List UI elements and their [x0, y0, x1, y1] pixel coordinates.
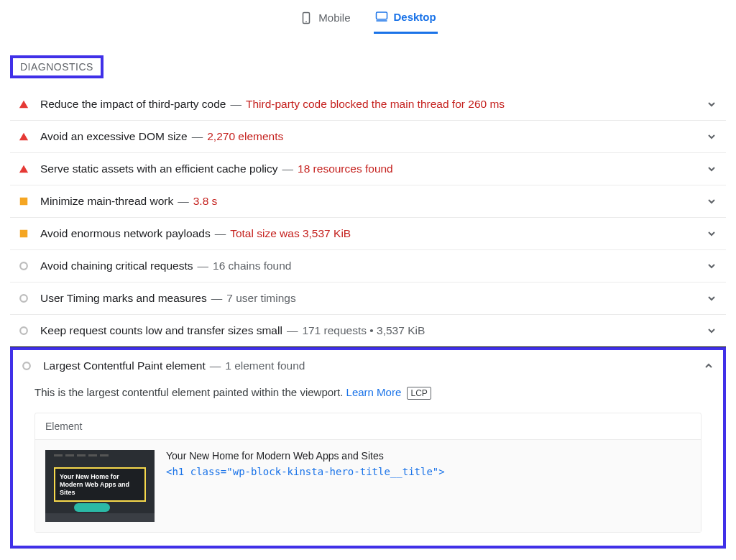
element-info: Your New Home for Modern Web Apps and Si…	[166, 450, 445, 522]
audit-row[interactable]: Avoid large layout shifts — 4 elements f…	[10, 548, 726, 560]
svg-point-11	[20, 327, 27, 334]
audit-detail: 171 requests • 3,537 KiB	[302, 324, 425, 337]
circle-gray-icon	[19, 293, 29, 303]
device-tabs: Mobile Desktop	[0, 0, 736, 34]
svg-rect-7	[20, 198, 28, 206]
svg-marker-5	[19, 133, 28, 141]
tab-label: Mobile	[318, 12, 350, 24]
square-orange-icon	[19, 196, 29, 206]
chevron-down-icon	[707, 165, 716, 173]
chevron-down-icon	[707, 197, 716, 206]
svg-marker-4	[19, 101, 28, 109]
audit-title: Avoid an excessive DOM size	[40, 130, 188, 143]
audit-detail: Third-party code blocked the main thread…	[246, 98, 505, 111]
lcp-body: This is the largest contentful element p…	[13, 382, 723, 546]
element-thumbnail: Your New Home for Modern Web Apps and Si…	[45, 450, 155, 522]
mobile-icon	[300, 12, 313, 24]
tab-mobile[interactable]: Mobile	[298, 6, 351, 34]
thumbnail-text: Your New Home for Modern Web Apps and Si…	[54, 467, 146, 502]
chevron-down-icon	[707, 132, 716, 141]
chevron-down-icon	[707, 326, 716, 335]
audit-detail: 16 chains found	[213, 260, 291, 272]
audit-title: User Timing marks and measures	[40, 292, 207, 305]
audit-title: Minimize main-thread work	[40, 195, 173, 208]
audit-list: Reduce the impact of third-party code—Th…	[10, 88, 726, 347]
triangle-red-icon	[19, 99, 29, 109]
audit-row[interactable]: Serve static assets with an efficient ca…	[10, 153, 726, 185]
audit-row[interactable]: Minimize main-thread work—3.8 s	[10, 185, 726, 218]
svg-point-10	[20, 295, 27, 302]
audit-row[interactable]: User Timing marks and measures—7 user ti…	[10, 283, 726, 315]
triangle-red-icon	[19, 164, 29, 174]
element-caption: Your New Home for Modern Web Apps and Si…	[166, 450, 445, 462]
lcp-badge: LCP	[407, 387, 431, 400]
svg-marker-6	[19, 165, 28, 173]
audit-row[interactable]: Keep request counts low and transfer siz…	[10, 315, 726, 347]
square-orange-icon	[19, 229, 29, 239]
audit-detail: 2,270 elements	[207, 130, 283, 143]
chevron-down-icon	[707, 262, 716, 270]
audit-detail: 3.8 s	[193, 195, 218, 208]
svg-point-9	[20, 262, 27, 270]
triangle-red-icon	[19, 132, 29, 142]
circle-gray-icon	[19, 261, 29, 271]
circle-gray-icon	[19, 326, 29, 336]
audit-title: Reduce the impact of third-party code	[40, 98, 226, 111]
diagnostics-container: DIAGNOSTICS Reduce the impact of third-p…	[0, 34, 736, 560]
audit-row[interactable]: Reduce the impact of third-party code—Th…	[10, 88, 726, 121]
element-table-header: Element	[35, 413, 701, 440]
lcp-description-row: This is the largest contentful element p…	[34, 386, 702, 400]
audit-title: Largest Contentful Paint element	[43, 359, 206, 372]
audit-detail: Total size was 3,537 KiB	[230, 227, 351, 240]
audit-row-lcp[interactable]: Largest Contentful Paint element — 1 ele…	[13, 350, 723, 382]
tab-label: Desktop	[394, 11, 436, 23]
audit-detail: 18 resources found	[298, 162, 393, 175]
audit-row[interactable]: Avoid chaining critical requests—16 chai…	[10, 250, 726, 283]
tab-desktop[interactable]: Desktop	[374, 6, 438, 34]
svg-point-12	[23, 362, 30, 369]
element-code: <h1 class="wp-block-kinsta-hero-title__t…	[166, 466, 445, 477]
element-table: Element Your New Home for Modern Web App…	[34, 413, 702, 533]
audit-row[interactable]: Avoid an excessive DOM size—2,270 elemen…	[10, 121, 726, 153]
section-header-diagnostics: DIAGNOSTICS	[10, 55, 104, 78]
lcp-description: This is the largest contentful element p…	[34, 386, 343, 398]
element-table-body: Your New Home for Modern Web Apps and Si…	[35, 440, 701, 532]
chevron-down-icon	[707, 100, 716, 109]
circle-gray-icon	[22, 361, 32, 371]
audit-title: Avoid chaining critical requests	[40, 260, 193, 272]
desktop-icon	[375, 10, 388, 23]
audit-title: Avoid enormous network payloads	[40, 227, 211, 240]
svg-rect-2	[376, 12, 387, 19]
audit-detail: 1 element found	[225, 359, 305, 372]
audit-title: Serve static assets with an efficient ca…	[40, 162, 278, 175]
audit-title: Keep request counts low and transfer siz…	[40, 324, 282, 337]
chevron-up-icon	[704, 362, 713, 370]
chevron-down-icon	[707, 229, 716, 238]
lcp-highlight-box: Largest Contentful Paint element — 1 ele…	[10, 347, 726, 548]
learn-more-link[interactable]: Learn More	[346, 386, 402, 398]
chevron-down-icon	[707, 294, 716, 303]
svg-rect-8	[20, 230, 28, 238]
audit-detail: 7 user timings	[226, 292, 295, 305]
audit-row[interactable]: Avoid enormous network payloads—Total si…	[10, 218, 726, 250]
